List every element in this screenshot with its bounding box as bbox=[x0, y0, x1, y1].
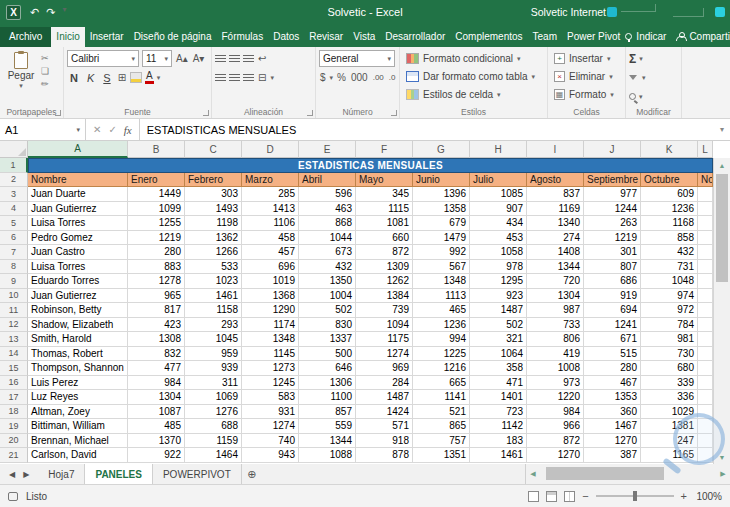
cell-A18[interactable]: Altman, Zoey bbox=[28, 405, 128, 420]
normal-view-icon[interactable] bbox=[528, 491, 539, 502]
cell-F12[interactable]: 1094 bbox=[356, 318, 413, 333]
cell-G12[interactable]: 1236 bbox=[413, 318, 470, 333]
format-painter-icon[interactable]: ✏ bbox=[41, 80, 49, 89]
cell-H7[interactable]: 1058 bbox=[470, 245, 527, 260]
cell-E10[interactable]: 1004 bbox=[299, 289, 356, 304]
cell-H3[interactable]: 1085 bbox=[470, 187, 527, 202]
row-header-4[interactable]: 4 bbox=[0, 202, 28, 217]
cell-D11[interactable]: 1290 bbox=[242, 303, 299, 318]
cell-F8[interactable]: 1309 bbox=[356, 260, 413, 275]
cell-L21[interactable] bbox=[698, 448, 713, 463]
ribbon-tab-insertar[interactable]: Insertar bbox=[85, 27, 129, 47]
macro-record-icon[interactable] bbox=[8, 492, 18, 501]
align-left-icon[interactable] bbox=[215, 74, 226, 82]
cell-H10[interactable]: 923 bbox=[470, 289, 527, 304]
merge-center-icon[interactable]: ⊟ bbox=[257, 72, 267, 83]
row-header-5[interactable]: 5 bbox=[0, 216, 28, 231]
cell-G15[interactable]: 1216 bbox=[413, 361, 470, 376]
cell-G5[interactable]: 679 bbox=[413, 216, 470, 231]
cell-C11[interactable]: 1158 bbox=[185, 303, 242, 318]
cell-H21[interactable]: 1461 bbox=[470, 448, 527, 463]
cell-E8[interactable]: 432 bbox=[299, 260, 356, 275]
cell-H5[interactable]: 434 bbox=[470, 216, 527, 231]
cell-C17[interactable]: 1069 bbox=[185, 390, 242, 405]
cell-F16[interactable]: 284 bbox=[356, 376, 413, 391]
cell-H9[interactable]: 1295 bbox=[470, 274, 527, 289]
increase-font-size-icon[interactable]: A▴ bbox=[175, 53, 189, 64]
cell-B13[interactable]: 1308 bbox=[128, 332, 185, 347]
cell-C12[interactable]: 293 bbox=[185, 318, 242, 333]
cell-G13[interactable]: 994 bbox=[413, 332, 470, 347]
cell-I7[interactable]: 1408 bbox=[527, 245, 584, 260]
font-size-combo[interactable]: 11 ▾ bbox=[142, 50, 172, 67]
increase-decimal-icon[interactable]: .00 bbox=[372, 72, 385, 83]
cell-A8[interactable]: Luisa Torres bbox=[28, 260, 128, 275]
cell-B15[interactable]: 477 bbox=[128, 361, 185, 376]
row-header-1[interactable]: 1 bbox=[0, 158, 28, 173]
cell-H16[interactable]: 471 bbox=[470, 376, 527, 391]
cell-F13[interactable]: 1175 bbox=[356, 332, 413, 347]
cell-E15[interactable]: 646 bbox=[299, 361, 356, 376]
sheet-tab-hoja7[interactable]: Hoja7 bbox=[38, 464, 85, 484]
cell-H13[interactable]: 321 bbox=[470, 332, 527, 347]
ribbon-tab-desarrollador[interactable]: Desarrollador bbox=[380, 27, 450, 47]
cell-H4[interactable]: 907 bbox=[470, 202, 527, 217]
zoom-out-icon[interactable]: − bbox=[582, 490, 588, 502]
cell-E4[interactable]: 463 bbox=[299, 202, 356, 217]
cell-A10[interactable]: Juan Gutierrez bbox=[28, 289, 128, 304]
cell-E7[interactable]: 673 bbox=[299, 245, 356, 260]
cell-L20[interactable] bbox=[698, 434, 713, 449]
cell-A5[interactable]: Luisa Torres bbox=[28, 216, 128, 231]
col-header-B[interactable]: B bbox=[128, 141, 185, 158]
number-format-combo[interactable]: General ▾ bbox=[319, 50, 395, 67]
cell-D20[interactable]: 740 bbox=[242, 434, 299, 449]
fill-color-icon[interactable] bbox=[130, 72, 142, 83]
cell-A19[interactable]: Bittiman, William bbox=[28, 419, 128, 434]
cut-icon[interactable]: ✂ bbox=[41, 54, 49, 63]
cell-L8[interactable] bbox=[698, 260, 713, 275]
col-header-L[interactable]: L bbox=[698, 141, 713, 158]
cell-L19[interactable] bbox=[698, 419, 713, 434]
cell-J8[interactable]: 807 bbox=[584, 260, 641, 275]
cell-F7[interactable]: 872 bbox=[356, 245, 413, 260]
cell-G17[interactable]: 1141 bbox=[413, 390, 470, 405]
row-header-8[interactable]: 8 bbox=[0, 260, 28, 275]
cell-A7[interactable]: Juan Castro bbox=[28, 245, 128, 260]
cell-L9[interactable] bbox=[698, 274, 713, 289]
horizontal-scroll-thumb[interactable] bbox=[546, 467, 664, 480]
chevron-down-icon[interactable]: ▾ bbox=[330, 74, 334, 81]
cell-D5[interactable]: 1106 bbox=[242, 216, 299, 231]
cell-F15[interactable]: 969 bbox=[356, 361, 413, 376]
page-layout-view-icon[interactable] bbox=[546, 491, 557, 502]
cell-B20[interactable]: 1370 bbox=[128, 434, 185, 449]
cell-K11[interactable]: 972 bbox=[641, 303, 698, 318]
name-box[interactable]: A1 ▾ bbox=[0, 119, 86, 140]
cell-B18[interactable]: 1087 bbox=[128, 405, 185, 420]
cell-J10[interactable]: 919 bbox=[584, 289, 641, 304]
row-header-9[interactable]: 9 bbox=[0, 274, 28, 289]
cell-E5[interactable]: 868 bbox=[299, 216, 356, 231]
cell-I2[interactable]: Agosto bbox=[527, 173, 584, 188]
cell-J5[interactable]: 263 bbox=[584, 216, 641, 231]
decrease-decimal-icon[interactable]: .0 bbox=[388, 72, 397, 83]
cell-K19[interactable]: 1381 bbox=[641, 419, 698, 434]
cell-L15[interactable] bbox=[698, 361, 713, 376]
cell-B7[interactable]: 280 bbox=[128, 245, 185, 260]
cell-E19[interactable]: 559 bbox=[299, 419, 356, 434]
cell-L7[interactable] bbox=[698, 245, 713, 260]
sheet-tab-powerpivot[interactable]: POWERPIVOT bbox=[153, 464, 242, 484]
cell-J18[interactable]: 360 bbox=[584, 405, 641, 420]
cell-H17[interactable]: 1401 bbox=[470, 390, 527, 405]
cell-C6[interactable]: 1362 bbox=[185, 231, 242, 246]
copy-icon[interactable]: ❏ bbox=[41, 67, 49, 76]
cell-D19[interactable]: 1274 bbox=[242, 419, 299, 434]
cell-B8[interactable]: 883 bbox=[128, 260, 185, 275]
cell-H11[interactable]: 1487 bbox=[470, 303, 527, 318]
scroll-left-icon[interactable]: ◀ bbox=[526, 470, 540, 478]
cell-C10[interactable]: 1461 bbox=[185, 289, 242, 304]
cell-I5[interactable]: 1340 bbox=[527, 216, 584, 231]
cell-A12[interactable]: Shadow, Elizabeth bbox=[28, 318, 128, 333]
cell-L14[interactable] bbox=[698, 347, 713, 362]
horizontal-scrollbar[interactable]: ◀ ▶ bbox=[525, 464, 730, 484]
formula-input[interactable]: ESTADISTICAS MENSUALES bbox=[140, 119, 714, 140]
